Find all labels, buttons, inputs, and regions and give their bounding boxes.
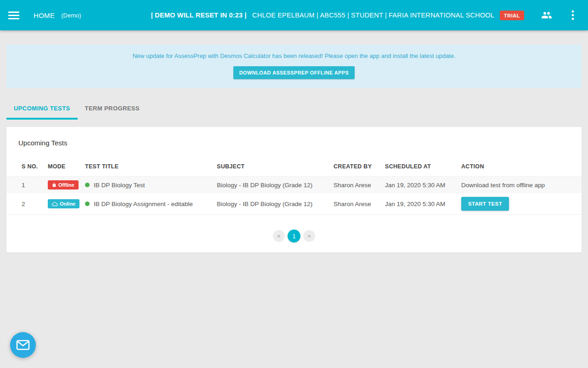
- topbar: HOME (Demo) | DEMO WILL RESET IN 0:23 | …: [0, 0, 588, 30]
- mode-label: Online: [60, 201, 75, 207]
- demo-reset-countdown: | DEMO WILL RESET IN 0:23 |: [151, 12, 249, 19]
- tab-term-progress[interactable]: TERM PROGRESS: [78, 100, 147, 120]
- status-dot-icon: [85, 201, 90, 206]
- col-header-test-title: TEST TITLE: [85, 160, 217, 177]
- col-header-subject: SUBJECT: [217, 160, 334, 177]
- upcoming-tests-card: Upcoming Tests S NO. MODE TEST TITLE SUB…: [6, 127, 582, 253]
- test-title-cell: IB DP Biology Test: [85, 182, 214, 189]
- test-title-text: IB DP Biology Assignment - editable: [94, 201, 193, 207]
- cloud-icon: [52, 201, 58, 206]
- cell-subject: Biology - IB DP Biology (Grade 12): [217, 177, 334, 194]
- pagination-next-button[interactable]: »: [303, 230, 315, 242]
- table-row: 1 Offline IB DP Biology Test Biology - I…: [6, 177, 582, 194]
- online-mode-badge: Online: [48, 199, 79, 208]
- tab-upcoming-tests[interactable]: UPCOMING TESTS: [6, 100, 78, 120]
- col-header-sno: S NO.: [6, 160, 48, 177]
- cell-subject: Biology - IB DP Biology (Grade 12): [217, 193, 334, 215]
- test-title-text: IB DP Biology Test: [94, 182, 145, 189]
- more-vert-icon[interactable]: [571, 10, 574, 20]
- home-link[interactable]: HOME: [34, 12, 55, 19]
- people-icon[interactable]: [541, 10, 552, 21]
- cell-created-by: Sharon Arese: [334, 177, 385, 194]
- hamburger-menu-icon[interactable]: [8, 12, 19, 19]
- pagination-prev-button[interactable]: «: [273, 230, 285, 242]
- mode-label: Offline: [58, 182, 74, 188]
- status-dot-icon: [85, 183, 90, 187]
- col-header-mode: MODE: [48, 160, 85, 177]
- cell-created-by: Sharon Arese: [334, 193, 385, 215]
- col-header-scheduled-at: SCHEDULED AT: [385, 160, 461, 177]
- envelope-icon: [16, 339, 30, 351]
- col-header-created-by: CREATED BY: [334, 160, 385, 177]
- user-info-text: CHLOE EPELBAUM | ABC555 | STUDENT | FARI…: [252, 12, 494, 19]
- cell-sno: 1: [6, 177, 48, 194]
- cell-scheduled-at: Jan 19, 2020 5:30 AM: [385, 177, 461, 194]
- col-header-action: ACTION: [461, 160, 582, 177]
- card-title: Upcoming Tests: [18, 139, 582, 147]
- test-title-cell: IB DP Biology Assignment - editable: [85, 201, 214, 207]
- update-banner-message: New update for AssessPrep with Desmos Ca…: [16, 52, 572, 59]
- lock-icon: [52, 183, 57, 187]
- update-banner: New update for AssessPrep with Desmos Ca…: [6, 45, 582, 88]
- topbar-right-group: | DEMO WILL RESET IN 0:23 | CHLOE EPELBA…: [151, 10, 574, 21]
- table-row: 2 Online IB DP Biology Assignment - edit…: [6, 193, 582, 215]
- download-offline-apps-button[interactable]: DOWNLOAD ASSESSPREP OFFLINE APPS: [233, 66, 355, 79]
- table-header-row: S NO. MODE TEST TITLE SUBJECT CREATED BY…: [6, 160, 582, 177]
- pagination: « 1 »: [6, 230, 582, 242]
- trial-badge: TRIAL: [500, 11, 524, 20]
- cell-scheduled-at: Jan 19, 2020 5:30 AM: [385, 193, 461, 215]
- cell-sno: 2: [6, 193, 48, 215]
- demo-label: (Demo): [61, 12, 81, 19]
- offline-mode-badge: Offline: [48, 180, 79, 190]
- cell-action-text: Download test from offline app: [461, 177, 582, 194]
- pagination-page-1-button[interactable]: 1: [288, 230, 300, 242]
- upcoming-tests-table: S NO. MODE TEST TITLE SUBJECT CREATED BY…: [6, 160, 582, 215]
- chat-launcher-button[interactable]: [10, 332, 36, 358]
- tab-bar: UPCOMING TESTS TERM PROGRESS: [6, 100, 582, 120]
- start-test-button[interactable]: START TEST: [461, 197, 509, 211]
